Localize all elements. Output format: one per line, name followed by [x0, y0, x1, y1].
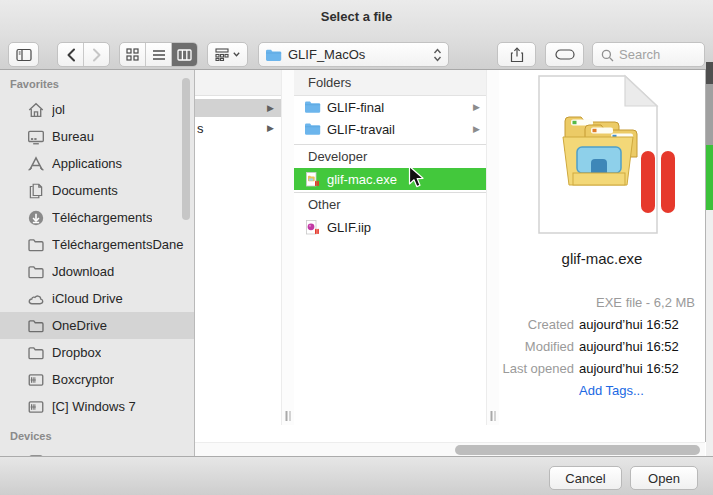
group-other: Other GLIF.iip	[294, 192, 486, 238]
column-view-button[interactable]	[171, 43, 197, 66]
cloud-icon	[27, 290, 45, 308]
modified-value: aujourd’hui 16:52	[579, 336, 695, 358]
exe-file-preview-icon	[529, 73, 689, 238]
back-chevron-icon	[66, 48, 76, 62]
share-icon	[510, 47, 524, 63]
sidebar-item-jdownload[interactable]: Jdownload	[0, 258, 194, 285]
blue-folder-icon	[304, 99, 321, 116]
column-previous-row-selected[interactable]: ▶	[195, 99, 281, 117]
dialog-title: Select a file	[0, 9, 713, 24]
sidebar-item-bureau[interactable]: Bureau	[0, 123, 194, 150]
applications-icon	[27, 155, 45, 173]
file-row-glif-mac-exe[interactable]: glif-mac.exe	[294, 168, 486, 190]
column-previous-scrollbar-track[interactable]	[281, 70, 295, 425]
disclosure-triangle-icon: ▶	[267, 104, 274, 113]
icon-view-icon	[126, 48, 139, 61]
column-resize-grip[interactable]	[286, 411, 291, 421]
nav-buttons	[57, 42, 110, 67]
sidebar-item-telechargements[interactable]: Téléchargements	[0, 204, 194, 231]
sidebar-item-documents[interactable]: Documents	[0, 177, 194, 204]
sidebar-item-jol[interactable]: jol	[0, 96, 194, 123]
group-header-other: Other	[294, 193, 486, 216]
home-icon	[27, 101, 45, 119]
row-label: s	[195, 121, 204, 136]
sidebar-item-onedrive[interactable]: OneDrive	[0, 312, 194, 339]
list-view-icon	[152, 49, 166, 61]
sidebar-section-favorites: Favorites	[10, 78, 194, 94]
documents-icon	[27, 182, 45, 200]
external-drive-icon	[27, 398, 45, 416]
file-name: GLIF-final	[327, 100, 384, 115]
view-switcher	[119, 42, 198, 67]
folder-icon	[27, 317, 45, 335]
current-folder-dropdown[interactable]: GLIF_MacOs	[258, 42, 449, 67]
iip-file-icon	[304, 219, 321, 236]
search-input[interactable]	[593, 43, 704, 66]
column-resize-grip[interactable]	[491, 411, 496, 421]
disclosure-triangle-icon: ▶	[267, 124, 274, 133]
sidebar-item-label: jol	[52, 102, 65, 117]
file-row-glif-final[interactable]: GLIF-final ▶	[294, 96, 486, 118]
sidebar-item-boxcryptor[interactable]: Boxcryptor	[0, 366, 194, 393]
external-drive-icon	[27, 371, 45, 389]
forward-button[interactable]	[83, 43, 109, 66]
group-header-folders: Folders	[294, 70, 486, 96]
downloads-icon	[27, 209, 45, 227]
icon-view-button[interactable]	[120, 43, 145, 66]
preview-metadata: EXE file - 6,2 MB Created aujourd’hui 16…	[499, 292, 695, 402]
file-name: GLIF.iip	[327, 220, 371, 235]
share-button[interactable]	[497, 42, 536, 67]
folder-icon	[27, 344, 45, 362]
exe-file-icon	[304, 171, 321, 188]
sidebar-item-label: Boxcryptor	[52, 372, 114, 387]
mouse-cursor	[408, 165, 426, 190]
column-current-scrollbar-track[interactable]	[486, 70, 500, 425]
sidebar-item-label: OneDrive	[52, 318, 107, 333]
group-header-developer: Developer	[294, 145, 486, 168]
modified-label: Modified	[499, 336, 574, 358]
column-previous-row[interactable]: s ▶	[195, 119, 281, 137]
horizontal-scrollbar-track[interactable]	[195, 442, 705, 457]
sidebar-scrollbar[interactable]	[182, 78, 190, 220]
chevron-down-icon	[233, 52, 240, 57]
sidebar-item-c-windows-7[interactable]: [C] Windows 7	[0, 393, 194, 420]
sidebar-item-applications[interactable]: Applications	[0, 150, 194, 177]
column-current: Folders GLIF-final ▶ GLIF-travail ▶ Deve…	[294, 70, 486, 442]
disclosure-triangle-icon: ▶	[473, 103, 480, 112]
column-previous-header	[195, 70, 281, 96]
file-name: glif-mac.exe	[327, 172, 397, 187]
sidebar-item-label: iCloud Drive	[52, 291, 123, 306]
desktop-icon	[27, 128, 45, 146]
sidebar-item-label: TéléchargementsDane	[52, 237, 184, 252]
toggle-sidebar-button[interactable]	[8, 42, 39, 67]
dialog-body: Favorites jol Bureau Applications Docume…	[0, 70, 713, 457]
sidebar-item-icloud-drive[interactable]: iCloud Drive	[0, 285, 194, 312]
add-tags-link[interactable]: Add Tags...	[579, 380, 695, 402]
list-view-button[interactable]	[145, 43, 171, 66]
tags-button[interactable]	[545, 42, 584, 67]
sidebar-item-dropbox[interactable]: Dropbox	[0, 339, 194, 366]
file-name: GLIF-travail	[327, 122, 395, 137]
group-folders: GLIF-final ▶ GLIF-travail ▶	[294, 96, 486, 140]
open-button[interactable]: Open	[630, 466, 698, 490]
preview-filename: glif-mac.exe	[499, 250, 705, 267]
search-field	[592, 42, 705, 67]
sidebar-item-label: Jdownload	[52, 264, 114, 279]
group-developer: Developer glif-mac.exe	[294, 144, 486, 190]
horizontal-scrollbar-thumb[interactable]	[455, 445, 700, 455]
sidebar-item-telechargementsdane[interactable]: TéléchargementsDane	[0, 231, 194, 258]
sidebar-section-devices: Devices	[10, 430, 194, 446]
blue-folder-icon	[304, 121, 321, 138]
file-row-glif-travail[interactable]: GLIF-travail ▶	[294, 118, 486, 140]
file-row-glif-iip[interactable]: GLIF.iip	[294, 216, 486, 238]
last-opened-value: aujourd’hui 16:52	[579, 358, 695, 380]
folder-icon	[27, 236, 45, 254]
sidebar-item-label: Documents	[52, 183, 118, 198]
sidebar-item-label: Applications	[52, 156, 122, 171]
blue-folder-icon	[265, 48, 282, 62]
back-button[interactable]	[58, 43, 83, 66]
file-kind-size: EXE file - 6,2 MB	[499, 292, 695, 314]
arrange-button[interactable]	[207, 42, 248, 67]
cancel-button[interactable]: Cancel	[549, 466, 622, 490]
forward-chevron-icon	[92, 48, 102, 62]
